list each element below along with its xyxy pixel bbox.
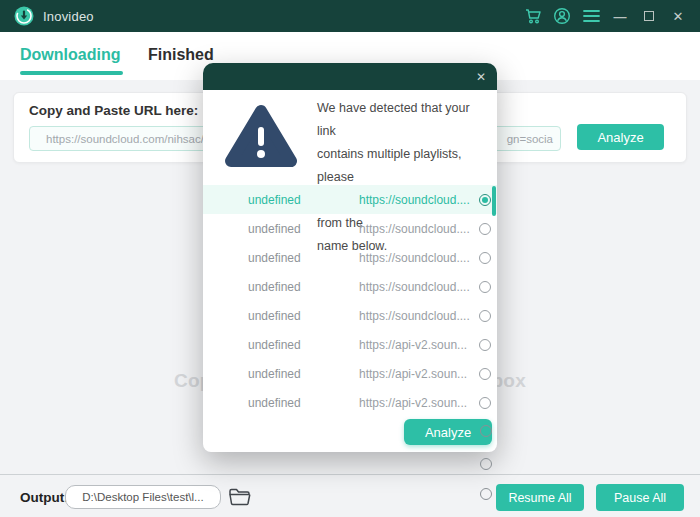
cart-icon[interactable]: [523, 6, 543, 26]
folder-icon[interactable]: [228, 487, 252, 507]
radio-button[interactable]: [479, 194, 491, 206]
analyze-button[interactable]: Analyze: [577, 124, 664, 150]
playlist-url: https://soundcloud....: [359, 222, 479, 236]
url-label: Copy and Paste URL here:: [29, 103, 198, 118]
radio-button[interactable]: [479, 368, 491, 380]
active-tab-underline: [20, 71, 123, 75]
minimize-button[interactable]: —: [610, 6, 630, 26]
output-label: Output:: [20, 490, 69, 505]
playlist-name: undefined: [248, 280, 348, 294]
radio-button[interactable]: [479, 252, 491, 264]
titlebar: Inovideo — ✕: [0, 0, 700, 32]
close-button[interactable]: ✕: [668, 6, 688, 26]
modal-message-line: We have detected that your link: [317, 97, 489, 143]
playlist-name: undefined: [248, 309, 348, 323]
resume-all-button[interactable]: Resume All: [496, 484, 584, 511]
playlist-row[interactable]: undefinedhttps://soundcloud....: [203, 243, 497, 272]
playlist-name: undefined: [248, 222, 348, 236]
url-value-right: gn=socia: [507, 133, 553, 145]
radio-button[interactable]: [480, 488, 492, 500]
radio-button[interactable]: [480, 458, 492, 470]
modal-header: ✕: [203, 63, 497, 90]
playlist-row[interactable]: undefinedhttps://soundcloud....: [203, 272, 497, 301]
playlist-modal: ✕ We have detected that your link contai…: [203, 63, 497, 452]
playlist-name: undefined: [248, 251, 348, 265]
playlist-name: undefined: [248, 193, 348, 207]
radio-button[interactable]: [479, 310, 491, 322]
playlist-url: https://soundcloud....: [359, 193, 479, 207]
playlist-url: https://api-v2.soun...: [359, 367, 479, 381]
warning-icon: [225, 103, 297, 171]
modal-message-line: contains multiple playlists, please: [317, 143, 489, 189]
radio-button[interactable]: [479, 281, 491, 293]
bottom-divider: [0, 474, 700, 475]
radio-button[interactable]: [479, 339, 491, 351]
menu-icon[interactable]: [581, 6, 601, 26]
maximize-button[interactable]: [639, 6, 659, 26]
tab-finished[interactable]: Finished: [148, 46, 214, 64]
playlist-list: undefinedhttps://soundcloud....undefined…: [203, 185, 497, 417]
modal-close-icon[interactable]: ✕: [473, 69, 489, 85]
scrollbar-thumb[interactable]: [492, 186, 496, 216]
output-path-input[interactable]: D:\Desktop Files\test\l...: [65, 485, 221, 509]
playlist-url: https://soundcloud....: [359, 251, 479, 265]
playlist-row[interactable]: undefinedhttps://soundcloud....: [203, 214, 497, 243]
playlist-url: https://api-v2.soun...: [359, 396, 479, 410]
radio-button[interactable]: [479, 397, 491, 409]
playlist-name: undefined: [248, 338, 348, 352]
playlist-row[interactable]: undefinedhttps://api-v2.soun...: [203, 330, 497, 359]
radio-button[interactable]: [480, 425, 492, 437]
playlist-url: https://api-v2.soun...: [359, 338, 479, 352]
playlist-row[interactable]: undefinedhttps://soundcloud....: [203, 185, 497, 214]
playlist-url: https://soundcloud....: [359, 280, 479, 294]
account-icon[interactable]: [552, 6, 572, 26]
url-value-left: https://soundcloud.com/nihsac/sets/: [46, 133, 228, 145]
pause-all-button[interactable]: Pause All: [596, 484, 684, 511]
playlist-row[interactable]: undefinedhttps://api-v2.soun...: [203, 359, 497, 388]
tab-downloading[interactable]: Downloading: [20, 46, 120, 64]
playlist-row[interactable]: undefinedhttps://api-v2.soun...: [203, 388, 497, 417]
playlist-name: undefined: [248, 367, 348, 381]
playlist-name: undefined: [248, 396, 348, 410]
modal-analyze-button[interactable]: Analyze: [404, 419, 492, 445]
playlist-row[interactable]: undefinedhttps://soundcloud....: [203, 301, 497, 330]
playlist-url: https://soundcloud....: [359, 309, 479, 323]
app-logo-icon: [14, 6, 34, 26]
radio-button[interactable]: [479, 223, 491, 235]
app-title: Inovideo: [43, 9, 94, 24]
